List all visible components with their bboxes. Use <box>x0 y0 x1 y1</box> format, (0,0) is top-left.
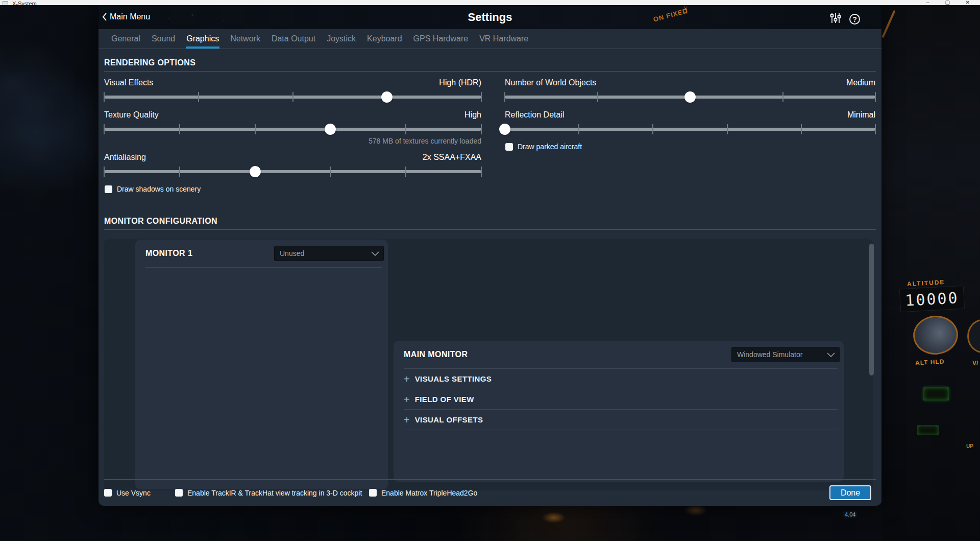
screen: X-System – ▢ ✕ ALTITUDE 10000 ALT HLD V/… <box>0 0 980 541</box>
visual-effects-slider-tick <box>104 92 105 102</box>
visual-effects-value: High (HDR) <box>439 78 481 87</box>
antialiasing-slider-tick <box>104 167 105 177</box>
reflection-detail-slider-tick <box>875 124 876 134</box>
texture-quality-slider[interactable] <box>104 123 481 135</box>
enable-trackir-label: Enable TrackIR & TrackHat view tracking … <box>187 489 362 497</box>
enable-matrox-checkbox[interactable] <box>369 489 377 497</box>
panel-scrollbar[interactable] <box>869 244 874 375</box>
main-monitor-mode-value: Windowed Simulator <box>737 350 802 359</box>
use-vsync-checkbox[interactable] <box>104 489 112 497</box>
texture-quality-slider-tick <box>405 124 406 134</box>
expand-visuals-settings[interactable]: +VISUALS SETTINGS <box>404 369 838 389</box>
tab-sound[interactable]: Sound <box>151 29 176 49</box>
chevron-down-icon <box>827 352 835 357</box>
field-of-view-label: FIELD OF VIEW <box>415 395 474 404</box>
number-of-world-objects-slider-tick <box>782 92 783 102</box>
antialiasing-slider-handle[interactable] <box>250 166 261 177</box>
tab-network[interactable]: Network <box>230 29 261 49</box>
draw-parked-aircraft-row: Draw parked aircraft <box>505 143 875 151</box>
settings-dialog: ON FIXED EXT Main Menu Settings <box>99 6 881 506</box>
visuals-settings-label: VISUALS SETTINGS <box>415 374 492 383</box>
use-vsync-label: Use Vsync <box>116 489 151 497</box>
antialiasing-slider[interactable] <box>104 166 481 178</box>
main-monitor-card: MAIN MONITOR Windowed Simulator +VISUALS… <box>394 341 844 482</box>
footer-checkboxes: Use VsyncEnable TrackIR & TrackHat view … <box>104 480 477 506</box>
reflection-detail-slider[interactable] <box>505 123 875 135</box>
rendering-options-heading: RENDERING OPTIONS <box>104 58 876 67</box>
tab-graphics[interactable]: Graphics <box>186 29 219 49</box>
draw-parked-aircraft-checkbox[interactable] <box>505 143 513 151</box>
monitor1-card: MONITOR 1 Unused <box>135 240 388 489</box>
antialiasing-slider-tick <box>179 167 180 177</box>
done-button[interactable]: Done <box>829 485 871 500</box>
number-of-world-objects-slider-handle[interactable] <box>684 91 696 103</box>
number-of-world-objects-slider-tick <box>597 92 598 102</box>
texture-quality-slider-track <box>104 128 481 131</box>
enable-matrox-label: Enable Matrox TripleHead2Go <box>381 489 477 497</box>
reflection-detail-setting: Reflection DetailMinimal <box>505 110 875 135</box>
render-settings-icon[interactable] <box>830 12 841 26</box>
monitor1-title: MONITOR 1 <box>145 249 192 258</box>
reflection-detail-slider-tick <box>727 124 728 134</box>
plus-icon: + <box>404 374 410 384</box>
monitor1-usage-dropdown[interactable]: Unused <box>274 246 384 261</box>
visual-effects-slider-tick <box>292 92 293 102</box>
expand-field-of-view[interactable]: +FIELD OF VIEW <box>404 389 838 410</box>
antialiasing-value: 2x SSAA+FXAA <box>423 153 481 162</box>
window-controls[interactable]: – ▢ ✕ <box>926 0 977 5</box>
visual-effects-slider[interactable] <box>104 91 481 103</box>
draw-shadows-on-scenery-checkbox[interactable] <box>105 185 112 193</box>
texture-quality-slider-tick <box>481 124 482 134</box>
tab-keyboard[interactable]: Keyboard <box>366 29 403 49</box>
antialiasing-labels: Antialiasing2x SSAA+FXAA <box>104 153 481 163</box>
draw-parked-aircraft-label: Draw parked aircraft <box>518 143 582 151</box>
tab-joystick[interactable]: Joystick <box>326 29 356 49</box>
reflection-detail-slider-tick <box>652 124 653 134</box>
antialiasing-slider-tick <box>405 167 406 177</box>
rendering-options-grid: Visual EffectsHigh (HDR)Texture QualityH… <box>104 78 876 193</box>
enable-trackir-row: Enable TrackIR & TrackHat view tracking … <box>175 489 369 497</box>
enable-matrox-cell: Enable Matrox TripleHead2Go <box>369 489 477 497</box>
antialiasing-slider-track <box>104 170 481 173</box>
cockpit-background: ALTITUDE 10000 ALT HLD V/ UP <box>881 5 980 541</box>
plus-icon: + <box>404 394 410 405</box>
altitude-knob <box>912 314 959 356</box>
number-of-world-objects-slider-tick <box>875 92 876 102</box>
reflection-detail-slider-handle[interactable] <box>499 124 510 135</box>
tab-general[interactable]: General <box>111 29 141 49</box>
monitor-configuration-heading: MONITOR CONFIGURATION <box>104 217 876 226</box>
enable-matrox-row: Enable Matrox TripleHead2Go <box>369 489 477 497</box>
visual-effects-slider-tick <box>481 92 482 102</box>
texture-quality-slider-handle[interactable] <box>325 124 336 135</box>
dialog-header: ON FIXED EXT Main Menu Settings <box>99 6 881 29</box>
number-of-world-objects-labels: Number of World ObjectsMedium <box>505 78 875 88</box>
texture-quality-value: High <box>464 110 481 120</box>
divider <box>145 267 382 268</box>
monitor1-usage-value: Unused <box>280 249 304 257</box>
help-icon[interactable]: ? <box>849 14 860 25</box>
header-icons: ? <box>830 12 860 26</box>
enable-trackir-checkbox[interactable] <box>175 489 183 497</box>
number-of-world-objects-slider[interactable] <box>505 91 875 103</box>
window-titlebar: X-System – ▢ ✕ <box>0 0 980 5</box>
draw-shadows-on-scenery-label: Draw shadows on scenery <box>117 185 201 193</box>
expand-visual-offsets[interactable]: +VISUAL OFFSETS <box>404 410 838 430</box>
tab-vr-hardware[interactable]: VR Hardware <box>479 29 529 49</box>
window-app-icon <box>3 1 8 5</box>
green-display-2 <box>917 425 939 435</box>
visual-effects-slider-handle[interactable] <box>381 91 393 103</box>
tab-data-output[interactable]: Data Output <box>271 29 316 49</box>
reflection-detail-value: Minimal <box>847 110 875 120</box>
cockpit-glow <box>684 505 707 516</box>
visual-effects-setting: Visual EffectsHigh (HDR) <box>104 78 481 103</box>
tab-gps-hardware[interactable]: GPS Hardware <box>413 29 469 49</box>
antialiasing-slider-tick <box>330 167 331 177</box>
draw-shadows-on-scenery-row: Draw shadows on scenery <box>105 185 481 193</box>
vertical-speed-label: V/ <box>972 360 978 367</box>
main-monitor-mode-dropdown[interactable]: Windowed Simulator <box>731 347 840 362</box>
secondary-knob <box>967 319 980 353</box>
number-of-world-objects-label: Number of World Objects <box>505 78 596 87</box>
visual-effects-labels: Visual EffectsHigh (HDR) <box>104 78 481 88</box>
visual-effects-slider-tick <box>198 92 199 102</box>
reflection-detail-slider-tick <box>578 124 579 134</box>
